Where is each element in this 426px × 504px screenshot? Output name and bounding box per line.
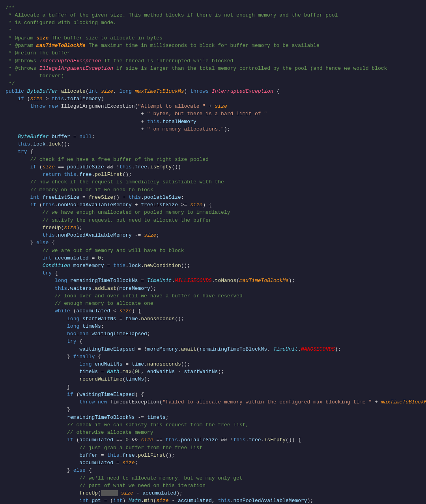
code-line: Condition moreMemory = this.lock.newCond… bbox=[6, 262, 420, 269]
code-line: if (accumulated == 0 && size == this.poo… bbox=[6, 436, 420, 444]
code-line: // we'll need to allocate memory, but we… bbox=[6, 474, 420, 482]
code-line: // we have enough unallocated or pooled … bbox=[6, 209, 420, 216]
code-line: * @return The buffer bbox=[6, 49, 420, 57]
code-line: // enough memory to allocate one bbox=[6, 300, 420, 307]
code-line: * @throws InterruptedException If the th… bbox=[6, 57, 420, 65]
code-line: if (this.nonPooledAvailableMemory + free… bbox=[6, 201, 420, 209]
code-line: // we are out of memory and will have to… bbox=[6, 247, 420, 254]
code-line: // part of what we need on this iteratio… bbox=[6, 482, 420, 489]
code-line: } else { bbox=[6, 239, 420, 246]
code-line: // otherwise allocate memory bbox=[6, 429, 420, 436]
code-line: int accumulated = 0; bbox=[6, 254, 420, 262]
code-line: buffer = this.free.pollFirst(); bbox=[6, 452, 420, 459]
code-line: while (accumulated < size) { bbox=[6, 307, 420, 315]
code-container: /** * Allocate a buffer of the given siz… bbox=[0, 0, 426, 504]
code-line: this.nonPooledAvailableMemory -= size; bbox=[6, 231, 420, 239]
code-line: + this.totalMemory bbox=[6, 118, 420, 125]
code-line: throw new TimeoutException("Failed to al… bbox=[6, 398, 420, 406]
code-line: long timeNs; bbox=[6, 323, 420, 330]
code-line: } bbox=[6, 406, 420, 413]
code-line: + " bytes, but there is a hard limit of … bbox=[6, 110, 420, 118]
code-line: // just grab a buffer from the free list bbox=[6, 444, 420, 452]
code-line: throw new IllegalArgumentException("Atte… bbox=[6, 103, 420, 110]
code-line: int got = (int) Math.min(size - accumula… bbox=[6, 497, 420, 504]
code-line: accumulated = size; bbox=[6, 459, 420, 467]
code-line: * @param size The buffer size to allocat… bbox=[6, 34, 420, 42]
code-line: long endWaitNs = time.nanoseconds(); bbox=[6, 360, 420, 368]
code-line: // now check if the request is immediate… bbox=[6, 178, 420, 186]
code-line: * is configured with blocking mode. bbox=[6, 19, 420, 26]
code-line: // memory on hand or if we need to block bbox=[6, 186, 420, 194]
code-line: // satisfy the request, but need to allo… bbox=[6, 217, 420, 224]
code-line: } else { bbox=[6, 467, 420, 474]
code-line: // check if we can satisfy this request … bbox=[6, 421, 420, 429]
code-line: try { bbox=[6, 148, 420, 155]
code-line: * forever) bbox=[6, 72, 420, 80]
code-line: if (waitingTimeElapsed) { bbox=[6, 391, 420, 398]
code-line: this.lock.lock(); bbox=[6, 140, 420, 148]
code-line: int freeListSize = freeSize() + this.poo… bbox=[6, 194, 420, 201]
code-line: // check if we have a free buffer of the… bbox=[6, 156, 420, 163]
code-line: long remainingTimeToBlockNs = TimeUnit.M… bbox=[6, 277, 420, 284]
code-line: this.waiters.addLast(moreMemory); bbox=[6, 285, 420, 292]
code-line: waitingTimeElapsed = !moreMemory.await(r… bbox=[6, 345, 420, 353]
code-line: ByteBuffer buffer = null; bbox=[6, 133, 420, 140]
code-line: remainingTimeToBlockNs -= timeNs; bbox=[6, 414, 420, 421]
code-line: * bbox=[6, 27, 420, 34]
code-line: * @throws IllegalArgumentException if si… bbox=[6, 65, 420, 72]
code-line: timeNs = Math.max(0L, endWaitNs - startW… bbox=[6, 368, 420, 375]
code-line: + " on memory allocations."); bbox=[6, 125, 420, 133]
code-line: * Allocate a buffer of the given size. T… bbox=[6, 11, 420, 19]
code-line: long startWaitNs = time.nanoseconds(); bbox=[6, 315, 420, 323]
code-line: recordWaitTime(timeNs); bbox=[6, 375, 420, 383]
code-line: freeUp(size); bbox=[6, 224, 420, 231]
code-line: boolean waitingTimeElapsed; bbox=[6, 330, 420, 338]
code-line: // loop over and over until we have a bu… bbox=[6, 292, 420, 300]
code-line: return this.free.pollFirst(); bbox=[6, 171, 420, 178]
code-line: freeUp( size - accumulated); bbox=[6, 489, 420, 497]
code-line: } bbox=[6, 383, 420, 391]
code-line: /** bbox=[6, 4, 420, 11]
code-line: if (size == poolableSize && !this.free.i… bbox=[6, 163, 420, 171]
code-line: if (size > this.totalMemory) bbox=[6, 95, 420, 103]
code-line: try { bbox=[6, 338, 420, 345]
code-line: public ByteBuffer allocate(int size, lon… bbox=[6, 88, 420, 95]
code-line: * @param maxTimeToBlockMs The maximum ti… bbox=[6, 42, 420, 49]
code-line: try { bbox=[6, 269, 420, 277]
code-line: } finally { bbox=[6, 353, 420, 360]
code-line: */ bbox=[6, 80, 420, 87]
